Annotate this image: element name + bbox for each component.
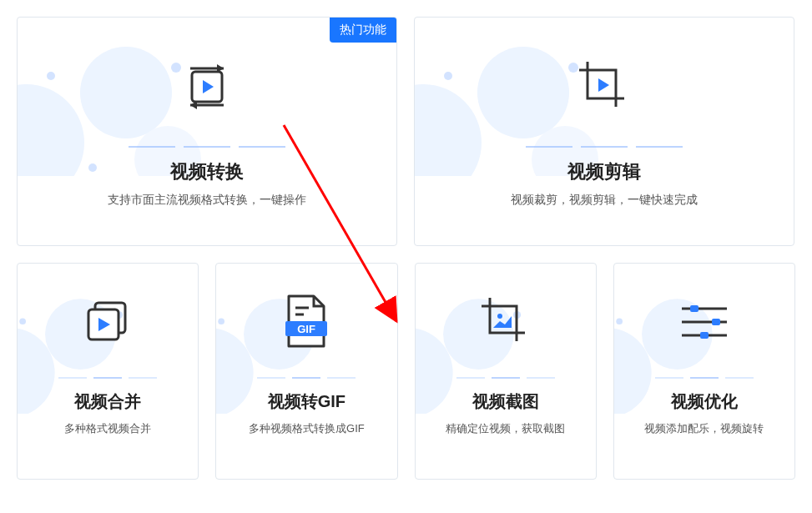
- feature-card-gif[interactable]: GIF 视频转GIF 多种视频格式转换成GIF: [215, 263, 397, 480]
- feature-card-optimize[interactable]: 视频优化 视频添加配乐，视频旋转: [613, 263, 795, 480]
- feature-card-convert[interactable]: 热门功能 视频转换 支持市面主流视频格式转换，一键操作: [17, 17, 397, 246]
- svg-point-16: [17, 328, 55, 414]
- feature-card-trim[interactable]: 视频剪辑 视频裁剪，视频剪辑，一键快速完成: [414, 17, 794, 246]
- svg-rect-42: [700, 332, 709, 339]
- hot-badge: 热门功能: [330, 18, 396, 43]
- crop-icon: [569, 33, 639, 141]
- feature-title: 视频转换: [170, 159, 244, 184]
- svg-point-1: [80, 47, 172, 138]
- divider: [526, 146, 683, 148]
- svg-point-34: [613, 328, 652, 414]
- svg-point-5: [88, 163, 97, 172]
- screenshot-icon: [475, 272, 537, 372]
- sliders-icon: [675, 272, 734, 372]
- divider: [129, 146, 285, 148]
- svg-text:GIF: GIF: [298, 323, 316, 335]
- feature-title: 视频转GIF: [268, 390, 345, 413]
- feature-title: 视频合并: [74, 390, 141, 413]
- svg-point-25: [219, 318, 225, 324]
- svg-point-14: [444, 72, 452, 80]
- gif-icon: GIF: [279, 272, 334, 372]
- svg-point-33: [497, 314, 502, 319]
- divider: [655, 377, 754, 379]
- feature-row-top: 热门功能 视频转换 支持市面主流视频格式转换，一键操作: [17, 17, 795, 246]
- svg-point-30: [415, 328, 453, 414]
- svg-point-36: [616, 318, 623, 324]
- divider: [58, 377, 157, 379]
- svg-marker-15: [598, 78, 609, 92]
- convert-icon: [174, 33, 240, 141]
- svg-point-11: [477, 47, 569, 138]
- feature-title: 视频剪辑: [567, 159, 641, 184]
- feature-title: 视频优化: [671, 390, 738, 413]
- svg-rect-38: [690, 305, 699, 312]
- svg-rect-40: [712, 319, 720, 325]
- svg-point-23: [215, 328, 254, 414]
- feature-card-merge[interactable]: 视频合并 多种格式视频合并: [17, 263, 199, 480]
- feature-desc: 多种格式视频合并: [56, 421, 159, 436]
- feature-desc: 多种视频格式转换成GIF: [240, 421, 373, 436]
- merge-icon: [78, 272, 137, 372]
- feature-desc: 精确定位视频，获取截图: [437, 421, 573, 436]
- feature-row-bottom: 视频合并 多种格式视频合并 GIF 视频转GIF 多种视频格式转换成GIF: [17, 263, 795, 480]
- feature-card-screenshot[interactable]: 视频截图 精确定位视频，获取截图: [415, 263, 597, 480]
- feature-desc: 视频添加配乐，视频旋转: [636, 421, 772, 436]
- svg-point-4: [47, 72, 55, 80]
- divider: [257, 377, 356, 379]
- svg-marker-7: [203, 80, 214, 93]
- svg-point-10: [414, 84, 482, 176]
- feature-desc: 支持市面主流视频格式转换，一键操作: [99, 193, 315, 208]
- svg-point-0: [17, 84, 84, 176]
- divider: [456, 377, 555, 379]
- feature-desc: 视频裁剪，视频剪辑，一键快速完成: [502, 193, 706, 208]
- svg-point-19: [19, 318, 26, 324]
- feature-title: 视频截图: [472, 390, 539, 413]
